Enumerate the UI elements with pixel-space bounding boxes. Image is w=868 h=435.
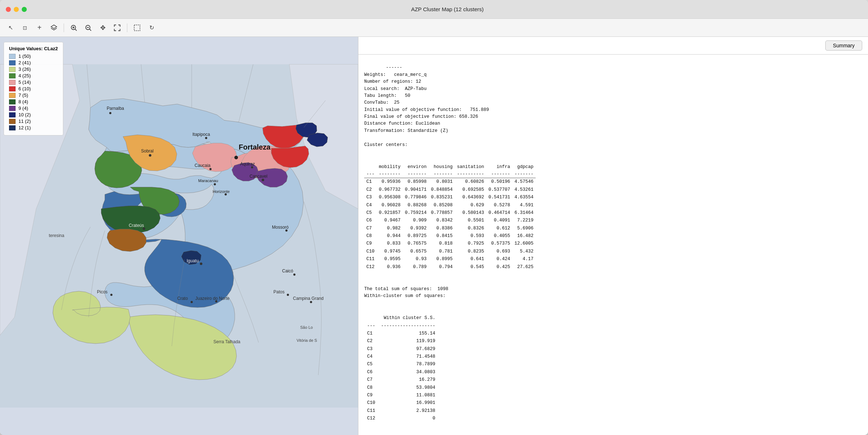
legend-item-11: 11 (2): [9, 119, 58, 124]
legend-swatch-6: [9, 86, 16, 91]
svg-point-30: [191, 301, 193, 303]
label-serra-talhada: Serra Talhada: [213, 339, 241, 344]
svg-point-28: [110, 294, 112, 296]
zoom-out-tool[interactable]: [82, 22, 94, 34]
legend-label-1: 1 (50): [18, 53, 31, 59]
label-picos: Picos: [97, 289, 107, 294]
summary-panel: Summary ------ Weights: ceara_merc_q Num…: [358, 37, 868, 435]
table-row: C90.8330.765750.8180.79250.5737512.6005: [364, 240, 536, 247]
legend-swatch-9: [9, 106, 16, 111]
label-patos: Patos: [273, 289, 285, 294]
svg-point-18: [209, 168, 212, 170]
fullscreen-tool[interactable]: [111, 22, 123, 34]
map-container[interactable]: Unique Values: CLaz2 1 (50) 2 (41) 3 (26…: [0, 37, 358, 435]
svg-line-2: [75, 29, 77, 31]
table-row: C397.6829: [364, 345, 438, 353]
label-parnalba: Parnalba: [107, 106, 124, 111]
legend-swatch-5: [9, 80, 16, 85]
toolbar-separator-1: [64, 23, 64, 32]
layers-tool[interactable]: [48, 22, 60, 34]
table-row: C911.0881: [364, 392, 438, 399]
svg-point-32: [310, 301, 312, 303]
legend-item-7: 7 (5): [9, 92, 58, 98]
label-horizonte: Horizonte: [213, 189, 230, 194]
title-bar: AZP Cluster Map (12 clusters): [0, 0, 868, 19]
label-caico: Caicó: [282, 268, 293, 274]
window-title: AZP Cluster Map (12 clusters): [33, 6, 862, 12]
summary-content: ------ Weights: ceara_merc_q Number of r…: [358, 55, 868, 435]
legend-label-10: 10 (2): [18, 112, 31, 117]
table-row: C10.959360.859980.80310.608260.501964.57…: [364, 178, 536, 186]
label-aquiraz: Aquiraz: [240, 161, 255, 167]
add-tool[interactable]: +: [33, 22, 46, 34]
svg-point-25: [200, 263, 203, 265]
summary-text: ------ Weights: ceara_merc_q Number of r…: [364, 65, 489, 147]
legend-label-9: 9 (4): [18, 105, 28, 111]
table-row: C100.97450.65750.7810.82350.6935.432: [364, 248, 536, 255]
table-row: C1155.14: [364, 330, 438, 337]
summary-header: Summary: [358, 37, 868, 55]
legend-item-10: 10 (2): [9, 112, 58, 117]
draw-tool[interactable]: [131, 22, 143, 34]
table-row: C80.9440.897250.84150.5930.405516.482: [364, 232, 536, 240]
label-sobral: Sobral: [141, 148, 154, 154]
svg-point-29: [287, 294, 289, 296]
summary-button[interactable]: Summary: [825, 40, 862, 51]
total-sum-label: The total sum of squares: 1098 Within-cl…: [364, 287, 448, 298]
select-region-tool[interactable]: ⊡: [19, 22, 31, 34]
label-teresina: teresina: [49, 233, 64, 238]
legend-swatch-2: [9, 60, 16, 65]
table-row: C50.9218570.7592140.7788570.5801430.4647…: [364, 209, 536, 217]
svg-point-23: [262, 179, 264, 181]
legend-label-11: 11 (2): [18, 119, 31, 124]
svg-point-27: [293, 274, 295, 276]
svg-point-17: [205, 137, 207, 139]
table-row: C120: [364, 415, 438, 422]
legend-item-3: 3 (26): [9, 66, 58, 72]
main-content: Unique Values: CLaz2 1 (50) 2 (41) 3 (26…: [0, 37, 868, 435]
table-row: C112.92138: [364, 407, 438, 415]
window-controls: [6, 7, 27, 12]
label-mossoro: Mossoró: [272, 225, 289, 230]
minimize-button[interactable]: [14, 7, 19, 12]
svg-point-15: [109, 112, 111, 114]
svg-rect-8: [134, 25, 140, 31]
legend-item-1: 1 (50): [9, 53, 58, 59]
table-row: C40.960280.882680.852080.6290.52784.591: [364, 202, 536, 209]
maximize-button[interactable]: [22, 7, 27, 12]
table-row: C110.95950.930.89950.6410.4244.17: [364, 255, 536, 263]
svg-point-19: [234, 156, 238, 159]
table-row: C471.4548: [364, 353, 438, 361]
legend-swatch-7: [9, 93, 16, 98]
close-button[interactable]: [6, 7, 11, 12]
select-tool[interactable]: ↖: [4, 22, 17, 34]
table-row: C2119.919: [364, 337, 438, 345]
pan-tool[interactable]: ✥: [97, 22, 109, 34]
legend-swatch-10: [9, 112, 16, 117]
label-caucaia: Caucaia: [195, 163, 210, 168]
label-fortaleza: Fortaleza: [239, 143, 271, 151]
legend-label-5: 5 (14): [18, 79, 31, 85]
legend-item-4: 4 (25): [9, 73, 58, 78]
table-row: C853.9804: [364, 384, 438, 392]
table-row: C1016.9901: [364, 399, 438, 407]
toolbar: ↖ ⊡ + ✥ ↻: [0, 19, 868, 37]
legend-label-7: 7 (5): [18, 92, 28, 98]
legend-item-5: 5 (14): [9, 79, 58, 85]
legend-label-6: 6 (10): [18, 86, 31, 91]
label-sao-lo: São Lo: [300, 325, 313, 330]
label-iguatu: Iguatu: [187, 258, 199, 263]
legend-item-12: 12 (1): [9, 125, 58, 130]
zoom-in-tool[interactable]: [68, 22, 80, 34]
main-window: AZP Cluster Map (12 clusters) ↖ ⊡ + ✥ ↻: [0, 0, 868, 435]
table-row: C634.0803: [364, 369, 438, 376]
legend: Unique Values: CLaz2 1 (50) 2 (41) 3 (26…: [4, 42, 63, 135]
cluster-centers-table: mobilityenvironhousingsanitationinfragdp…: [364, 163, 536, 271]
legend-label-8: 8 (4): [18, 99, 28, 104]
label-cascavel: Cascavel: [250, 174, 267, 179]
refresh-tool[interactable]: ↻: [145, 22, 158, 34]
legend-label-4: 4 (25): [18, 73, 31, 78]
toolbar-separator-2: [127, 23, 127, 32]
legend-item-6: 6 (10): [9, 86, 58, 91]
legend-title: Unique Values: CLaz2: [9, 46, 58, 51]
